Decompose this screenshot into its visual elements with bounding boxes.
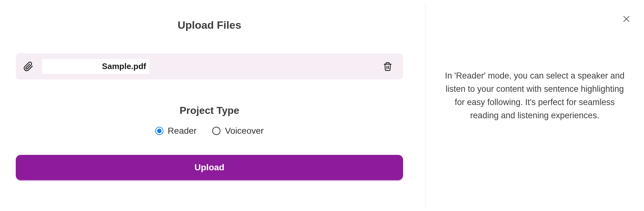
upload-button[interactable]: Upload (16, 155, 403, 180)
project-type-title: Project Type (16, 105, 403, 116)
close-button[interactable] (621, 13, 632, 25)
trash-icon (383, 62, 392, 71)
radio-voiceover[interactable]: Voiceover (212, 126, 264, 136)
upload-title: Upload Files (16, 19, 403, 31)
radio-reader[interactable]: Reader (155, 126, 197, 136)
attachment-icon (23, 62, 33, 72)
radio-indicator (212, 127, 220, 135)
delete-file-button[interactable] (382, 61, 394, 73)
upload-panel: Upload Files Sample.pdf P (0, 0, 425, 211)
upload-content: Upload Files Sample.pdf P (16, 19, 403, 180)
file-name-container: Sample.pdf (42, 59, 149, 74)
project-type-radio-group: Reader Voiceover (16, 126, 403, 136)
close-icon (622, 15, 631, 23)
file-row: Sample.pdf (16, 53, 403, 79)
radio-label-voiceover: Voiceover (225, 126, 264, 136)
info-panel: In 'Reader' mode, you can select a speak… (425, 0, 644, 211)
file-name: Sample.pdf (45, 62, 146, 71)
radio-indicator-selected (155, 127, 163, 135)
radio-label-reader: Reader (168, 126, 197, 136)
info-text: In 'Reader' mode, you can select a speak… (444, 69, 626, 122)
